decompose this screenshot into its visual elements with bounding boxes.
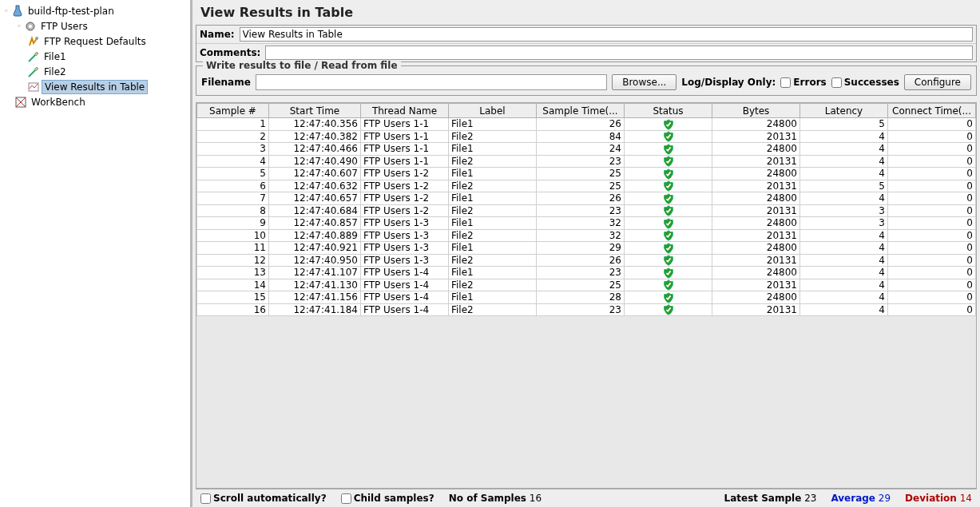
- success-icon: [663, 168, 674, 179]
- table-row[interactable]: 1412:47:41.130FTP Users 1-4File225201314…: [197, 279, 976, 291]
- tree-node-child[interactable]: FTP Request Defaults: [2, 34, 188, 49]
- results-table: Sample #Start TimeThread NameLabelSample…: [196, 103, 976, 316]
- cell-thread: FTP Users 1-4: [361, 279, 449, 291]
- cell-status: [625, 155, 712, 168]
- child-samples-checkbox[interactable]: Child samples?: [341, 493, 434, 504]
- comments-input[interactable]: [265, 46, 973, 60]
- samples-count-value: 16: [530, 493, 542, 504]
- table-row[interactable]: 1112:47:40.921FTP Users 1-3File129248004…: [197, 242, 976, 255]
- success-icon: [663, 230, 674, 241]
- scroll-auto-checkbox[interactable]: Scroll automatically?: [200, 493, 327, 504]
- cell-label: File2: [449, 254, 537, 267]
- column-header[interactable]: Sample Time(...: [537, 104, 625, 118]
- success-icon: [663, 267, 674, 278]
- table-row[interactable]: 1012:47:40.889FTP Users 1-3File232201314…: [197, 229, 976, 242]
- column-header[interactable]: Start Time: [269, 104, 361, 118]
- cell-sample-time: 25: [537, 180, 625, 192]
- cell-start-time: 12:47:40.490: [269, 155, 361, 168]
- tree-node-child[interactable]: File2: [2, 64, 188, 79]
- cell-connect-time: 0: [888, 217, 976, 230]
- table-row[interactable]: 712:47:40.657FTP Users 1-2File1262480040: [197, 192, 976, 205]
- tree-node-testplan[interactable]: ◦ build-ftp-test-plan: [2, 3, 188, 18]
- cell-label: File1: [449, 168, 537, 180]
- name-comments-box: Name: Comments:: [196, 25, 977, 62]
- cell-start-time: 12:47:40.657: [269, 192, 361, 205]
- cell-bytes: 20131: [712, 130, 800, 143]
- cell-thread: FTP Users 1-3: [361, 254, 449, 267]
- average-value: 29: [879, 493, 891, 504]
- successes-checkbox[interactable]: Successes: [831, 77, 899, 88]
- cell-start-time: 12:47:41.107: [269, 267, 361, 279]
- table-row[interactable]: 412:47:40.490FTP Users 1-1File2232013140: [197, 155, 976, 168]
- column-header[interactable]: Connect Time(...: [888, 104, 976, 118]
- cell-sample-time: 32: [537, 229, 625, 242]
- pencil-icon: [27, 50, 40, 63]
- cell-latency: 5: [800, 180, 888, 192]
- table-row[interactable]: 812:47:40.684FTP Users 1-2File2232013130: [197, 204, 976, 217]
- tree-node-child[interactable]: File1: [2, 49, 188, 64]
- cell-connect-time: 0: [888, 303, 976, 316]
- tree-node-workbench[interactable]: WorkBench: [2, 94, 188, 109]
- tree-node-child[interactable]: View Results in Table: [2, 79, 188, 94]
- table-row[interactable]: 312:47:40.466FTP Users 1-1File1242480040: [197, 143, 976, 156]
- errors-checkbox-input[interactable]: [780, 77, 791, 88]
- cell-latency: 4: [800, 143, 888, 156]
- column-header[interactable]: Latency: [800, 104, 888, 118]
- samples-count-label: No of Samples: [449, 493, 526, 504]
- cell-thread: FTP Users 1-2: [361, 192, 449, 205]
- success-icon: [663, 156, 674, 167]
- errors-checkbox[interactable]: Errors: [780, 77, 826, 88]
- table-row[interactable]: 912:47:40.857FTP Users 1-3File1322480030: [197, 217, 976, 230]
- name-input[interactable]: [240, 27, 973, 42]
- scroll-auto-input[interactable]: [200, 493, 211, 504]
- cell-start-time: 12:47:41.184: [269, 303, 361, 316]
- toggle-icon[interactable]: ◦: [14, 22, 24, 31]
- filename-input[interactable]: [256, 74, 607, 90]
- column-header[interactable]: Status: [625, 104, 712, 118]
- cell-label: File2: [449, 130, 537, 143]
- table-row[interactable]: 512:47:40.607FTP Users 1-2File1252480040: [197, 168, 976, 180]
- cell-bytes: 20131: [712, 254, 800, 267]
- table-row[interactable]: 612:47:40.632FTP Users 1-2File2252013150: [197, 180, 976, 192]
- tree-node-threadgroup[interactable]: ◦ FTP Users: [2, 18, 188, 34]
- child-samples-input[interactable]: [341, 493, 351, 504]
- cell-bytes: 20131: [712, 279, 800, 291]
- cell-latency: 4: [800, 279, 888, 291]
- configure-button[interactable]: Configure: [904, 74, 971, 90]
- cell-latency: 4: [800, 267, 888, 279]
- table-row[interactable]: 1612:47:41.184FTP Users 1-4File223201314…: [197, 303, 976, 316]
- cell-start-time: 12:47:40.684: [269, 204, 361, 217]
- column-header[interactable]: Bytes: [712, 104, 800, 118]
- cell-bytes: 24800: [712, 192, 800, 205]
- cell-sample: 11: [197, 242, 269, 255]
- table-row[interactable]: 212:47:40.382FTP Users 1-1File2842013140: [197, 130, 976, 143]
- success-icon: [663, 304, 674, 315]
- cell-status: [625, 217, 712, 230]
- cell-sample: 13: [197, 267, 269, 279]
- cell-bytes: 20131: [712, 155, 800, 168]
- cell-status: [625, 143, 712, 156]
- column-header[interactable]: Label: [449, 104, 537, 118]
- scroll-auto-label: Scroll automatically?: [213, 493, 327, 504]
- column-header[interactable]: Thread Name: [361, 104, 449, 118]
- cell-sample: 12: [197, 254, 269, 267]
- cell-connect-time: 0: [888, 168, 976, 180]
- cell-sample-time: 28: [537, 291, 625, 304]
- column-header[interactable]: Sample #: [197, 104, 269, 118]
- cell-latency: 4: [800, 254, 888, 267]
- cell-label: File1: [449, 217, 537, 230]
- toggle-icon[interactable]: ◦: [2, 6, 11, 16]
- table-row[interactable]: 1312:47:41.107FTP Users 1-4File123248004…: [197, 267, 976, 279]
- cell-start-time: 12:47:41.130: [269, 279, 361, 291]
- successes-checkbox-input[interactable]: [831, 77, 842, 88]
- browse-button[interactable]: Browse...: [612, 74, 676, 90]
- table-row[interactable]: 1212:47:40.950FTP Users 1-3File226201314…: [197, 254, 976, 267]
- latest-sample-value: 23: [804, 493, 816, 504]
- cell-sample-time: 26: [537, 192, 625, 205]
- table-row[interactable]: 1512:47:41.156FTP Users 1-4File128248004…: [197, 291, 976, 304]
- cell-sample: 5: [197, 168, 269, 180]
- table-row[interactable]: 112:47:40.356FTP Users 1-1File1262480050: [197, 118, 976, 131]
- cell-start-time: 12:47:40.857: [269, 217, 361, 230]
- success-icon: [663, 180, 674, 192]
- table-body: 112:47:40.356FTP Users 1-1File1262480050…: [197, 118, 976, 316]
